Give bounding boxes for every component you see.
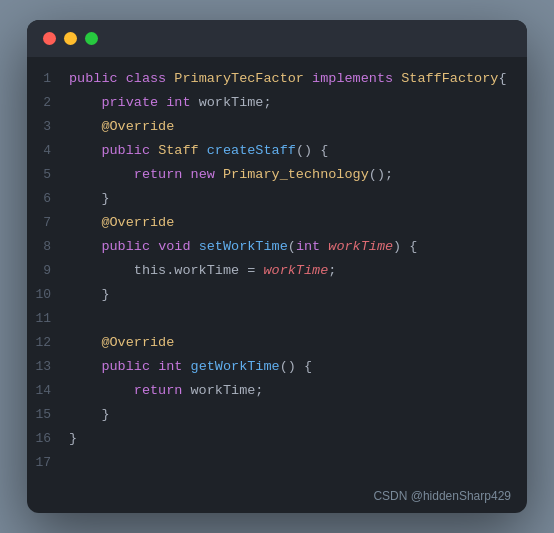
code-window: 1 public class PrimaryTecFactor implemen… [27, 20, 527, 513]
code-line: 15 } [27, 403, 527, 427]
minimize-button[interactable] [64, 32, 77, 45]
code-line: 7 @Override [27, 211, 527, 235]
code-line: 12 @Override [27, 331, 527, 355]
titlebar [27, 20, 527, 57]
code-line: 9 this.workTime = workTime; [27, 259, 527, 283]
code-line: 8 public void setWorkTime(int workTime) … [27, 235, 527, 259]
code-line: 17 [27, 451, 527, 475]
maximize-button[interactable] [85, 32, 98, 45]
close-button[interactable] [43, 32, 56, 45]
code-line: 5 return new Primary_technology(); [27, 163, 527, 187]
code-line: 16 } [27, 427, 527, 451]
code-line: 13 public int getWorkTime() { [27, 355, 527, 379]
watermark: CSDN @hiddenSharp429 [27, 485, 527, 513]
code-line: 4 public Staff createStaff() { [27, 139, 527, 163]
code-area: 1 public class PrimaryTecFactor implemen… [27, 57, 527, 485]
code-line: 11 [27, 307, 527, 331]
code-line: 3 @Override [27, 115, 527, 139]
code-line: 14 return workTime; [27, 379, 527, 403]
code-line: 10 } [27, 283, 527, 307]
code-line: 2 private int workTime; [27, 91, 527, 115]
code-line: 1 public class PrimaryTecFactor implemen… [27, 67, 527, 91]
code-line: 6 } [27, 187, 527, 211]
